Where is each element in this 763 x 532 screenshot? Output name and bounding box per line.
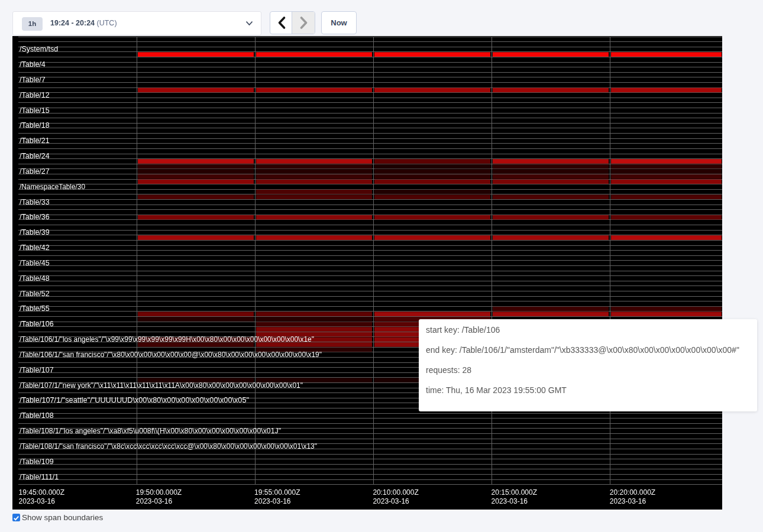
- svg-text:/System/tsd: /System/tsd: [20, 45, 58, 53]
- svg-text:19:50:00.000Z: 19:50:00.000Z: [136, 488, 182, 497]
- svg-text:/Table/107/1/"new york"/"\x11\: /Table/107/1/"new york"/"\x11\x11\x11\x1…: [20, 381, 303, 390]
- svg-text:/Table/45: /Table/45: [20, 259, 50, 267]
- svg-text:2023-03-16: 2023-03-16: [254, 497, 291, 505]
- svg-text:2023-03-16: 2023-03-16: [19, 497, 56, 505]
- svg-text:/Table/106/1/"san francisco"/": /Table/106/1/"san francisco"/"\x80\x00\x…: [20, 351, 322, 359]
- svg-text:/Table/52: /Table/52: [20, 290, 50, 298]
- svg-text:/Table/48: /Table/48: [20, 274, 50, 283]
- svg-text:20:20:00.000Z: 20:20:00.000Z: [610, 488, 655, 497]
- svg-text:2023-03-16: 2023-03-16: [610, 497, 646, 505]
- svg-text:/Table/106/1/"los angeles"/"\x: /Table/106/1/"los angeles"/"\x99\x99\x99…: [20, 335, 314, 343]
- svg-text:/Table/111/1: /Table/111/1: [20, 473, 59, 481]
- svg-text:/Table/12: /Table/12: [20, 91, 50, 99]
- svg-text:/Table/107: /Table/107: [20, 366, 54, 374]
- svg-text:2023-03-16: 2023-03-16: [136, 497, 173, 505]
- svg-text:/Table/15: /Table/15: [20, 106, 50, 115]
- svg-text:/Table/39: /Table/39: [20, 228, 50, 236]
- svg-text:/Table/109: /Table/109: [20, 458, 54, 466]
- svg-text:/Table/24: /Table/24: [20, 152, 50, 160]
- svg-text:/Table/106: /Table/106: [20, 320, 54, 328]
- svg-text:/Table/108: /Table/108: [20, 411, 54, 420]
- svg-text:/Table/108/1/"los angeles"/"\x: /Table/108/1/"los angeles"/"\xa8\xf5\u00…: [20, 427, 281, 435]
- svg-text:20:10:00.000Z: 20:10:00.000Z: [373, 488, 418, 497]
- svg-text:/Table/36: /Table/36: [20, 213, 50, 221]
- svg-text:/Table/4: /Table/4: [20, 60, 46, 69]
- svg-text:/Table/18: /Table/18: [20, 121, 50, 129]
- svg-text:/NamespaceTable/30: /NamespaceTable/30: [20, 183, 85, 191]
- svg-text:2023-03-16: 2023-03-16: [492, 497, 528, 505]
- svg-text:/Table/42: /Table/42: [20, 244, 50, 252]
- svg-text:/Table/33: /Table/33: [20, 198, 50, 206]
- svg-text:/Table/107/1/"seattle"/"UUUUUU: /Table/107/1/"seattle"/"UUUUUUD\x00\x80\…: [20, 396, 249, 404]
- svg-text:/Table/7: /Table/7: [20, 76, 46, 84]
- svg-text:/Table/108/1/"san francisco"/": /Table/108/1/"san francisco"/"\x8c\xcc\x…: [20, 442, 317, 450]
- svg-text:19:55:00.000Z: 19:55:00.000Z: [254, 488, 300, 497]
- svg-text:/Table/21: /Table/21: [20, 137, 50, 145]
- svg-text:2023-03-16: 2023-03-16: [373, 497, 409, 505]
- svg-text:19:45:00.000Z: 19:45:00.000Z: [19, 488, 64, 497]
- svg-text:/Table/55: /Table/55: [20, 304, 50, 313]
- svg-text:/Table/27: /Table/27: [20, 167, 50, 176]
- svg-text:20:15:00.000Z: 20:15:00.000Z: [492, 488, 537, 497]
